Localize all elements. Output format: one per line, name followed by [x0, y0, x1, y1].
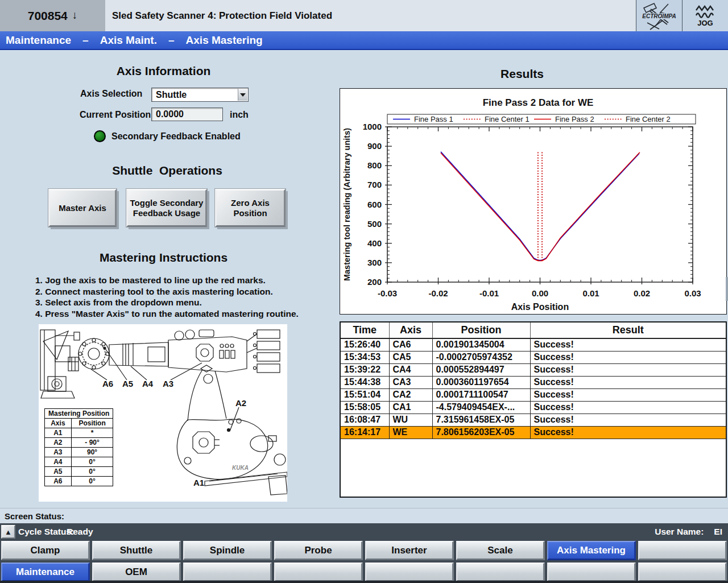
- svg-text:0.00: 0.00: [532, 288, 548, 298]
- chart-svg: Fine Pass 2 Data for WE-0.03-0.02-0.010.…: [340, 89, 725, 313]
- table-row[interactable]: 15:26:40CA60.001901345004Success!: [341, 338, 726, 351]
- breadcrumb: Maintenance – Axis Maint. – Axis Masteri…: [0, 31, 728, 50]
- tab-clamp[interactable]: Clamp: [1, 541, 90, 560]
- svg-text:-0.03: -0.03: [378, 288, 397, 298]
- robot-brand-text: KUKA: [232, 465, 249, 471]
- master-axis-button-label: Master Axis: [59, 203, 106, 213]
- table-row[interactable]: 15:51:04CA20.0001711100547Success!: [341, 388, 726, 401]
- secondary-feedback-led: [94, 130, 106, 142]
- tab-empty: [365, 563, 454, 582]
- screen-status-bar: Screen Status:: [0, 508, 728, 523]
- mastering-table-title: Mastering Position: [45, 409, 113, 419]
- chart-ylabel: Mastering tool reading (Arbitrary units): [342, 128, 351, 281]
- table-row[interactable]: 15:58:05CA1-4.579409454EX-...Success!: [341, 401, 726, 414]
- alarm-dropdown-arrow-icon[interactable]: ↓: [72, 9, 78, 22]
- jog-button[interactable]: JOG: [682, 0, 728, 31]
- table-row[interactable]: 15:39:22CA40.000552894497Success!: [341, 363, 726, 376]
- cycle-status-label: Cycle Status:: [18, 527, 74, 537]
- svg-text:-0.02: -0.02: [428, 288, 448, 298]
- results-table: TimeAxisPositionResult 15:26:40CA60.0019…: [341, 322, 726, 439]
- svg-text:500: 500: [367, 219, 382, 229]
- results-col-position: Position: [432, 322, 530, 338]
- svg-text:ECTROIMPA: ECTROIMPA: [642, 13, 676, 19]
- zero-axis-position-button[interactable]: Zero Axis Position: [215, 189, 286, 227]
- breadcrumb-item-axis-maint: Axis Maint.: [100, 34, 157, 47]
- tab-spindle[interactable]: Spindle: [183, 541, 272, 560]
- mastering-table-row: A1*: [45, 428, 113, 438]
- svg-text:600: 600: [367, 200, 382, 209]
- mastering-col-position: Position: [71, 419, 113, 428]
- tab-empty: [274, 563, 363, 582]
- mastering-table-header-row: Axis Position: [45, 419, 113, 428]
- secondary-feedback-label: Secondary Feedback Enabled: [111, 131, 241, 142]
- bottom-strip: [0, 581, 728, 583]
- svg-text:900: 900: [367, 141, 382, 151]
- brand-logo: ECTROIMPA: [636, 0, 682, 31]
- tab-shuttle[interactable]: Shuttle: [92, 541, 181, 560]
- table-row[interactable]: 16:08:47WU7.315961458EX-05Success!: [341, 414, 726, 426]
- master-axis-button[interactable]: Master Axis: [48, 189, 117, 227]
- tab-maintenance[interactable]: Maintenance: [1, 563, 90, 582]
- toggle-secondary-feedback-label: Toggle Secondary Feedback Usage: [128, 198, 205, 218]
- axis-label-a6: A6: [102, 379, 113, 388]
- instruction-step: 3. Select axis from the dropdown menu.: [35, 297, 308, 308]
- results-table-container: TimeAxisPositionResult 15:26:40CA60.0019…: [340, 321, 727, 498]
- svg-text:1000: 1000: [363, 122, 382, 131]
- svg-text:300: 300: [367, 258, 382, 267]
- breadcrumb-item-maintenance: Maintenance: [6, 34, 71, 47]
- axis-selection-dropdown[interactable]: Shuttle: [151, 88, 249, 102]
- results-col-time: Time: [341, 322, 389, 338]
- tab-empty: [638, 541, 727, 560]
- mastering-table-row: A390°: [45, 448, 113, 457]
- svg-text:700: 700: [367, 180, 382, 189]
- instruction-step: 4. Press "Master Axis" to run the automa…: [35, 308, 308, 320]
- alarm-message-text: Sled Safety Scanner 4: Protection Field …: [112, 10, 332, 22]
- brand-logo-icon: ECTROIMPA: [639, 2, 680, 30]
- svg-text:0.02: 0.02: [634, 288, 650, 298]
- svg-text:400: 400: [367, 238, 382, 248]
- zero-axis-position-label: Zero Axis Position: [225, 198, 276, 218]
- legend-entry: Fine Center 2: [626, 115, 671, 123]
- plot-area: [387, 127, 693, 282]
- mastering-col-axis: Axis: [45, 419, 72, 428]
- current-position-field[interactable]: 0.0000: [151, 107, 223, 121]
- tab-scale[interactable]: Scale: [456, 541, 545, 560]
- toggle-secondary-feedback-button[interactable]: Toggle Secondary Feedback Usage: [126, 189, 207, 227]
- tab-axis-mastering[interactable]: Axis Mastering: [547, 541, 636, 560]
- screen-status-label: Screen Status:: [5, 511, 64, 521]
- user-name-value: EI: [714, 527, 722, 537]
- mastering-table-body: A1*A2- 90°A390°A40°A50°A60°: [45, 428, 113, 486]
- axis-label-a1: A1: [193, 478, 204, 487]
- alarm-number[interactable]: 700854 ↓: [0, 0, 105, 31]
- table-row[interactable]: 16:14:17WE7.806156203EX-05Success!: [341, 426, 726, 439]
- tab-inserter[interactable]: Inserter: [365, 541, 454, 560]
- chevron-down-icon[interactable]: [238, 89, 247, 101]
- mastering-instructions-list: 1. Jog the axis to be mastered to line u…: [35, 275, 308, 319]
- instruction-step: 2. Connect mastering tool to the axis ma…: [35, 286, 308, 297]
- current-position-label: Current Position: [80, 110, 151, 120]
- robot-diagram: A6 A5 A4 A3 A2 A1 KUKA Mastering Positio…: [39, 324, 287, 502]
- results-col-result: Result: [530, 322, 726, 338]
- breadcrumb-separator: –: [82, 34, 89, 47]
- tab-probe[interactable]: Probe: [274, 541, 363, 560]
- collapse-button[interactable]: ▲: [1, 525, 15, 539]
- axis-selection-label: Axis Selection: [80, 89, 142, 99]
- top-bar: 700854 ↓ Sled Safety Scanner 4: Protecti…: [0, 0, 728, 31]
- scrollbar-fragment[interactable]: [726, 277, 728, 301]
- legend-entry: Fine Pass 2: [555, 115, 594, 123]
- axis-information-title: Axis Information: [0, 64, 327, 78]
- table-row[interactable]: 15:44:38CA30.0003601197654Success!: [341, 376, 726, 388]
- results-table-head-row: TimeAxisPositionResult: [341, 322, 726, 338]
- results-table-body: 15:26:40CA60.001901345004Success!15:34:5…: [341, 338, 726, 439]
- table-row[interactable]: 15:34:53CA5-0.0002705974352Success!: [341, 351, 726, 363]
- jog-label: JOG: [697, 19, 713, 27]
- current-position-value: 0.0000: [156, 109, 184, 119]
- axis-label-a4: A4: [142, 379, 154, 388]
- tab-empty: [638, 563, 727, 582]
- mastering-table-row: A2- 90°: [45, 438, 113, 448]
- svg-text:-0.01: -0.01: [479, 288, 499, 298]
- chevron-up-icon: ▲: [5, 528, 12, 536]
- tab-oem[interactable]: OEM: [92, 563, 181, 582]
- alarm-number-value: 700854: [28, 9, 68, 23]
- tab-empty: [183, 563, 272, 582]
